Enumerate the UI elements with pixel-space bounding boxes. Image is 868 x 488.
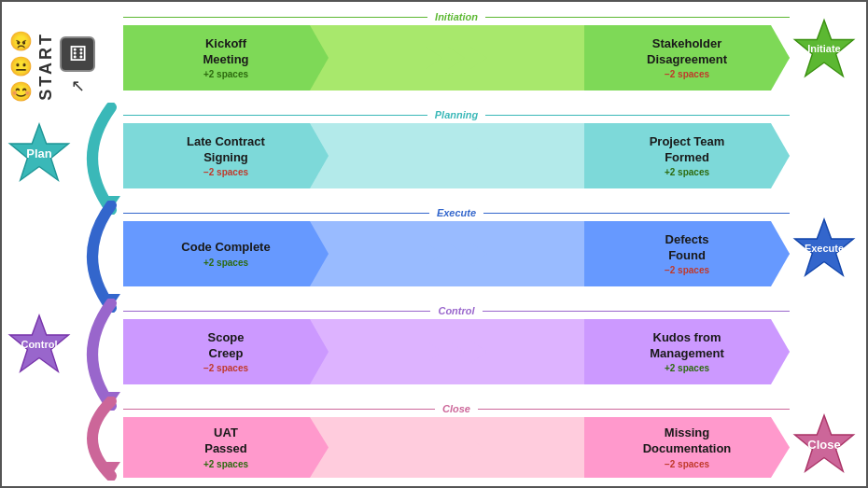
kudos-text: Kudos fromManagement — [650, 330, 723, 362]
control-star: Control — [7, 305, 72, 384]
kickoff-meeting-chevron: KickoffMeeting +2 spaces — [123, 25, 329, 91]
arrow-12 — [470, 341, 487, 363]
missing-docs-text: MissingDocumentation — [643, 425, 732, 457]
stakeholder-sub: −2 spaces — [665, 69, 709, 79]
execute-star-label: Execute — [805, 243, 844, 255]
dice-cursor: ⚅ ↖ — [60, 36, 95, 96]
mid-arrows-2 — [319, 123, 594, 188]
diagram-container: 😠 😐 😊 START ⚅ ↖ Initiation KickoffMeetin… — [0, 0, 868, 488]
initiate-star: Initiate — [791, 13, 857, 86]
emoji-happy: 😊 — [9, 80, 33, 103]
kudos-sub: +2 spaces — [665, 363, 709, 373]
plan-star: Plan — [7, 114, 72, 193]
execute-band: Code Complete +2 spaces DefectsFound −2 … — [123, 216, 790, 291]
initiate-label: Initiate — [807, 43, 840, 55]
scope-creep-text: ScopeCreep — [207, 330, 244, 362]
arrow-6 — [470, 145, 487, 167]
arrow-11 — [448, 341, 465, 363]
initiation-label: Initiation — [427, 11, 485, 22]
code-complete-text: Code Complete — [181, 240, 270, 256]
close-curved-arrow — [69, 397, 120, 481]
control-star-label: Control — [21, 339, 57, 351]
uat-text: UATPassed — [204, 425, 247, 457]
arrow-1 — [426, 47, 442, 69]
planning-label: Planning — [427, 109, 485, 120]
stakeholder-chevron: StakeholderDisagreement −2 spaces — [584, 25, 790, 91]
mid-arrows-1 — [319, 25, 594, 91]
arrow-9 — [470, 243, 487, 265]
project-team-text: Project TeamFormed — [650, 134, 725, 166]
start-section: 😠 😐 😊 START ⚅ ↖ — [9, 30, 95, 103]
close-band: UATPassed +2 spaces MissingDocumentation… — [123, 412, 790, 482]
missing-docs-sub: −2 spaces — [665, 459, 709, 469]
arrow-7 — [426, 243, 442, 265]
control-curved-arrow — [69, 299, 120, 411]
defects-found-sub: −2 spaces — [665, 265, 709, 275]
kickoff-sub: +2 spaces — [203, 69, 248, 79]
control-band: ScopeCreep −2 spaces Kudos fromManagemen… — [123, 314, 790, 389]
code-complete-chevron: Code Complete +2 spaces — [123, 221, 329, 286]
arrow-4 — [426, 145, 442, 167]
mid-arrows-3 — [319, 221, 594, 286]
stakeholder-text: StakeholderDisagreement — [647, 36, 727, 68]
execute-star: Execute — [791, 209, 857, 288]
scope-creep-chevron: ScopeCreep −2 spaces — [123, 319, 329, 384]
late-contract-sub: −2 spaces — [203, 167, 248, 177]
code-complete-sub: +2 spaces — [203, 258, 248, 268]
initiation-band: KickoffMeeting +2 spaces StakeholderDisa… — [123, 21, 790, 95]
plan-label: Plan — [26, 146, 51, 160]
uat-chevron: UATPassed +2 spaces — [123, 417, 329, 478]
control-label: Control — [430, 305, 482, 316]
emoji-angry: 😠 — [9, 30, 33, 52]
mid-arrows-5 — [319, 417, 594, 478]
arrow-13 — [428, 439, 443, 457]
kudos-chevron: Kudos fromManagement +2 spaces — [584, 319, 790, 384]
plan-curved-arrow — [69, 103, 120, 215]
arrow-8 — [448, 243, 465, 265]
emoji-neutral: 😐 — [9, 55, 33, 77]
emoji-stack: 😠 😐 😊 — [9, 30, 33, 103]
defects-found-chevron: DefectsFound −2 spaces — [584, 221, 790, 286]
kickoff-text: KickoffMeeting — [203, 36, 248, 68]
arrow-14 — [449, 439, 464, 457]
project-team-sub: +2 spaces — [665, 167, 709, 177]
mid-arrows-4 — [319, 319, 594, 384]
scope-creep-sub: −2 spaces — [203, 363, 248, 373]
close-star: Close — [791, 405, 857, 484]
arrow-3 — [470, 47, 487, 69]
close-star-label: Close — [807, 438, 840, 452]
start-label: START — [36, 32, 56, 101]
late-contract-chevron: Late ContractSigning −2 spaces — [123, 123, 329, 188]
cursor-icon: ↖ — [71, 76, 85, 96]
planning-band: Late ContractSigning −2 spaces Project T… — [123, 119, 790, 193]
dice-icon: ⚅ — [60, 36, 95, 72]
arrow-10 — [426, 341, 442, 363]
defects-found-text: DefectsFound — [665, 232, 709, 264]
execute-curved-arrow — [69, 201, 120, 313]
execute-label: Execute — [429, 207, 483, 218]
late-contract-text: Late ContractSigning — [187, 134, 265, 166]
close-label: Close — [435, 403, 478, 414]
project-team-chevron: Project TeamFormed +2 spaces — [584, 123, 790, 188]
arrow-15 — [469, 439, 484, 457]
missing-docs-chevron: MissingDocumentation −2 spaces — [584, 417, 790, 478]
arrow-5 — [448, 145, 465, 167]
arrow-2 — [448, 47, 465, 69]
uat-sub: +2 spaces — [203, 459, 248, 469]
